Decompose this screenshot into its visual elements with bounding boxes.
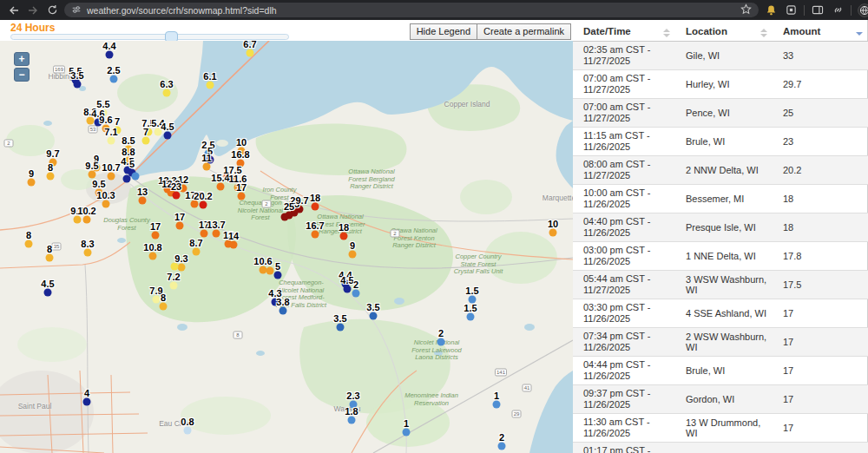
snow-report-marker[interactable] <box>274 272 282 279</box>
snow-report-marker[interactable] <box>349 251 357 259</box>
reload-icon[interactable] <box>45 3 59 17</box>
snow-report-marker[interactable] <box>340 233 348 240</box>
snow-report-marker[interactable] <box>352 290 360 298</box>
report-row[interactable]: 03:30 pm CST -11/26/20254 SSE Ashland, W… <box>573 299 868 327</box>
report-row[interactable]: 05:44 am CST -11/27/20253 WSW Washburn, … <box>573 270 868 299</box>
column-header-location[interactable]: Location <box>675 23 773 41</box>
snow-report-marker[interactable] <box>108 137 115 145</box>
snow-report-marker[interactable] <box>163 89 171 97</box>
snow-report-marker[interactable] <box>279 307 287 315</box>
report-row[interactable]: 03:00 pm CST -11/26/20251 NNE Delta, WI1… <box>573 241 868 270</box>
column-header-amount[interactable]: Amount <box>773 23 868 41</box>
snow-report-marker[interactable] <box>106 51 114 59</box>
snow-report-marker[interactable] <box>173 192 181 200</box>
snow-report-marker[interactable] <box>184 427 192 435</box>
snow-report-marker[interactable] <box>153 296 161 304</box>
report-row[interactable]: 02:35 am CST -11/27/2025Gile, WI33 <box>573 41 868 69</box>
snow-report-marker[interactable] <box>132 173 140 181</box>
snow-report-marker[interactable] <box>89 171 96 179</box>
snow-report-marker[interactable] <box>142 137 150 145</box>
sort-icon-location[interactable] <box>760 29 767 37</box>
report-row[interactable]: 10:00 am CST -11/26/2025Bessemer, MI18 <box>573 184 868 213</box>
snow-report-marker[interactable] <box>549 229 557 237</box>
snow-report-marker[interactable] <box>238 148 246 155</box>
snow-report-marker[interactable] <box>467 313 475 321</box>
snow-report-marker[interactable] <box>469 296 477 304</box>
snow-report-marker[interactable] <box>49 159 57 167</box>
snow-report-marker[interactable] <box>348 417 356 424</box>
snow-report-marker[interactable] <box>498 443 506 450</box>
zoom-out-button[interactable]: − <box>14 68 30 82</box>
snow-report-marker[interactable] <box>312 203 319 211</box>
snow-report-marker[interactable] <box>84 249 92 257</box>
report-row[interactable]: 11:30 am CST -11/26/202513 W Drummond, W… <box>573 413 868 442</box>
snow-report-marker[interactable] <box>110 76 118 83</box>
snow-report-marker[interactable] <box>203 163 211 171</box>
snow-report-marker[interactable] <box>191 200 199 208</box>
snow-report-marker[interactable] <box>114 127 122 135</box>
snow-report-marker[interactable] <box>83 216 91 224</box>
address-bar[interactable]: weather.gov/source/crh/snowmap.html?sid=… <box>64 3 759 17</box>
snow-report-marker[interactable] <box>493 401 501 409</box>
snow-report-marker[interactable] <box>125 157 133 165</box>
snow-report-marker[interactable] <box>281 213 289 221</box>
report-row[interactable]: 07:00 am CST -11/27/2025Pence, WI25 <box>573 98 868 127</box>
snowfall-map[interactable]: HibbingSaint PaulMarquetteCopper IslandW… <box>0 41 573 453</box>
snow-report-marker[interactable] <box>102 200 110 208</box>
snow-report-marker[interactable] <box>437 338 445 346</box>
snow-report-marker[interactable] <box>217 183 225 191</box>
link-icon[interactable] <box>831 3 845 17</box>
snow-report-marker[interactable] <box>149 253 157 260</box>
site-settings-icon[interactable] <box>71 3 82 18</box>
snow-report-marker[interactable] <box>25 240 33 248</box>
zoom-in-button[interactable]: + <box>14 52 30 66</box>
snow-report-marker[interactable] <box>213 230 220 238</box>
snow-report-marker[interactable] <box>272 299 279 306</box>
snow-report-marker[interactable] <box>237 160 245 167</box>
snow-report-marker[interactable] <box>230 241 238 249</box>
back-icon[interactable] <box>7 3 21 17</box>
snow-report-marker[interactable] <box>201 230 208 238</box>
sort-icon-datetime[interactable] <box>663 29 670 37</box>
report-row[interactable]: 07:00 am CST -11/27/2025Hurley, WI29.7 <box>573 69 868 98</box>
snow-report-marker[interactable] <box>155 128 162 136</box>
snow-report-marker[interactable] <box>350 401 358 409</box>
snow-report-marker[interactable] <box>234 184 242 192</box>
snow-report-marker[interactable] <box>170 282 178 290</box>
snow-report-marker[interactable] <box>370 312 378 320</box>
snow-report-marker[interactable] <box>312 231 319 239</box>
extensions-icon[interactable] <box>784 3 798 17</box>
snow-report-marker[interactable] <box>171 263 179 271</box>
snow-report-marker[interactable] <box>296 206 304 213</box>
report-row[interactable]: 08:00 am CST -11/27/20252 NNW Delta, WI2… <box>573 155 868 184</box>
snow-report-marker[interactable] <box>200 201 207 209</box>
snow-report-marker[interactable] <box>100 109 108 117</box>
snow-report-marker[interactable] <box>139 197 147 205</box>
snow-report-marker[interactable] <box>247 49 254 57</box>
snow-report-marker[interactable] <box>337 324 345 332</box>
snow-report-marker[interactable] <box>224 173 232 181</box>
report-row[interactable]: 04:44 pm CST -11/26/2025Brule, WI17 <box>573 356 868 384</box>
hide-legend-button[interactable]: Hide Legend <box>410 23 477 40</box>
snow-report-marker[interactable] <box>193 248 201 256</box>
snow-report-marker[interactable] <box>95 189 103 197</box>
profile-avatar[interactable] <box>858 3 868 17</box>
snow-report-marker[interactable] <box>344 286 352 293</box>
snow-report-marker[interactable] <box>108 173 115 181</box>
snow-report-marker[interactable] <box>47 173 55 181</box>
bookmark-star-icon[interactable] <box>740 3 752 18</box>
url-text[interactable]: weather.gov/source/crh/snowmap.html?sid=… <box>87 5 735 16</box>
snow-report-marker[interactable] <box>266 267 274 275</box>
snow-report-marker[interactable] <box>164 132 172 140</box>
snow-report-marker[interactable] <box>152 232 160 240</box>
report-row[interactable]: 11:15 am CST -11/26/2025Brule, WI23 <box>573 127 868 155</box>
report-row[interactable]: 09:37 pm CST -11/26/2025Gordon, WI17 <box>573 384 868 413</box>
snow-report-marker[interactable] <box>123 175 131 183</box>
time-slider[interactable] <box>10 34 289 40</box>
snow-report-marker[interactable] <box>180 185 187 193</box>
extension-bell-icon[interactable] <box>764 3 778 17</box>
snow-report-marker[interactable] <box>102 125 110 133</box>
report-row[interactable]: 07:34 pm CST -11/26/20252 WSW Washburn, … <box>573 327 868 356</box>
snow-report-marker[interactable] <box>83 398 91 406</box>
snow-report-marker[interactable] <box>403 429 411 437</box>
